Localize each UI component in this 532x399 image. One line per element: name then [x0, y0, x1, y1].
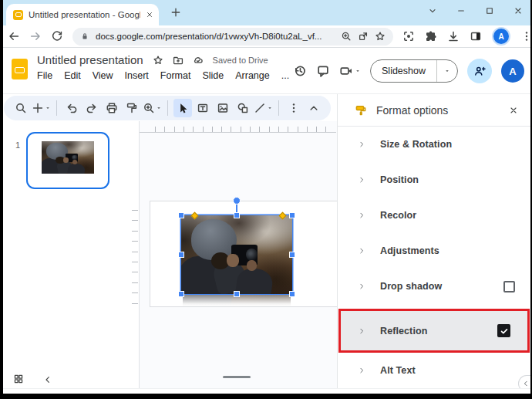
window-chevron-down-icon[interactable]: [428, 6, 437, 15]
selection-handle[interactable]: [289, 212, 295, 218]
toolbar-paint-format-button[interactable]: [123, 99, 141, 117]
horizontal-ruler: [140, 132, 336, 133]
page-zoom-icon[interactable]: [341, 31, 352, 42]
selection-handle[interactable]: [234, 212, 240, 218]
format-section-drop-shadow[interactable]: Drop shadow: [338, 269, 532, 304]
toolbar-redo-button[interactable]: [82, 99, 101, 117]
move-to-folder-icon[interactable]: [173, 55, 184, 66]
section-label: Recolor: [380, 210, 515, 221]
browser-tab[interactable]: Untitled presentation - Google S: [6, 4, 159, 25]
back-icon[interactable]: [8, 30, 20, 42]
slides-favicon-icon: [13, 10, 23, 20]
share-button[interactable]: [467, 59, 492, 83]
browser-window: Untitled presentation - Google S docs.go…: [0, 0, 532, 399]
extensions-puzzle-icon[interactable]: [425, 30, 437, 42]
selection-handle[interactable]: [289, 291, 295, 297]
toolbar-new-slide-button[interactable]: [32, 99, 51, 117]
new-tab-button[interactable]: [170, 7, 181, 18]
more-icon: [288, 102, 300, 114]
menu-insert[interactable]: Insert: [125, 70, 149, 81]
toolbar-insert-shape-button[interactable]: [234, 99, 252, 117]
selection-handle[interactable]: [178, 291, 184, 297]
format-sections: Size & RotationPositionRecolorAdjustment…: [338, 127, 532, 388]
grid-view-icon[interactable]: [13, 374, 24, 384]
document-title[interactable]: Untitled presentation: [37, 53, 143, 66]
toolbar-undo-button[interactable]: [62, 99, 81, 117]
toolbar-separator: [167, 100, 168, 116]
format-section-size-rotation[interactable]: Size & Rotation: [338, 127, 532, 162]
download-icon[interactable]: [447, 30, 460, 42]
tab-close-icon[interactable]: [146, 11, 153, 19]
selected-image[interactable]: [181, 215, 292, 294]
address-bar[interactable]: docs.google.com/presentation/d/1vwxyVh-D…: [72, 28, 393, 46]
toolbar-more-button[interactable]: [285, 99, 303, 117]
format-section-position[interactable]: Position: [338, 162, 532, 198]
toolbar-print-button[interactable]: [103, 99, 121, 117]
menu-format[interactable]: Format: [160, 70, 191, 81]
drop-shadow-checkbox[interactable]: [503, 281, 515, 292]
paint-format-icon: [126, 102, 138, 114]
comments-icon[interactable]: [316, 64, 330, 78]
account-avatar[interactable]: A: [501, 59, 524, 83]
window-close-icon[interactable]: [513, 6, 523, 15]
toolbar-insert-line-button[interactable]: [254, 99, 273, 117]
format-section-recolor[interactable]: Recolor: [338, 198, 532, 233]
star-document-icon[interactable]: [153, 55, 163, 66]
toolbar-zoom-button[interactable]: [143, 99, 162, 117]
screen-capture-icon[interactable]: [402, 30, 415, 42]
panel-close-icon[interactable]: [509, 106, 518, 115]
window-maximize-icon[interactable]: [485, 6, 494, 15]
rotation-handle[interactable]: [233, 197, 241, 205]
speaker-notes-drag-handle[interactable]: [223, 376, 251, 378]
version-history-icon[interactable]: [293, 64, 307, 78]
editor-toolbar: [4, 96, 331, 120]
toolbar-select-button[interactable]: [173, 99, 192, 117]
print-icon: [106, 102, 118, 114]
menu-slide[interactable]: Slide: [202, 70, 224, 81]
slide-canvas[interactable]: [139, 121, 337, 388]
slideshow-button[interactable]: Slideshow: [370, 59, 458, 83]
format-section-alt-text[interactable]: Alt Text: [338, 353, 532, 388]
menu-edit[interactable]: Edit: [64, 70, 81, 81]
slide-thumbnail[interactable]: [26, 132, 109, 189]
chevron-right-icon: [358, 176, 365, 184]
split-screen-icon[interactable]: [470, 30, 482, 42]
toolbar-insert-image-button[interactable]: [214, 99, 232, 117]
toolbar-text-box-button[interactable]: [194, 99, 212, 117]
menu-file[interactable]: File: [37, 70, 52, 81]
selection-handle[interactable]: [289, 252, 295, 258]
text-box-icon: [197, 102, 209, 114]
selection-handle[interactable]: [178, 252, 184, 258]
toolbar-collapse-toolbar-button[interactable]: [305, 99, 323, 117]
browser-avatar[interactable]: A: [492, 27, 510, 46]
format-section-adjustments[interactable]: Adjustments: [338, 233, 532, 269]
selection-handle[interactable]: [178, 212, 184, 218]
video-call-button[interactable]: [339, 64, 361, 78]
section-label: Reflection: [380, 326, 483, 336]
dropdown-caret-icon: [267, 105, 273, 111]
section-label: Drop shadow: [380, 281, 489, 292]
format-section-reflection[interactable]: Reflection: [338, 309, 530, 353]
forward-icon[interactable]: [29, 30, 42, 42]
toolbar-search-button[interactable]: [12, 99, 30, 117]
bookmark-star-icon[interactable]: [375, 31, 386, 42]
window-minimize-icon[interactable]: [456, 6, 466, 15]
dropdown-caret-icon: [45, 105, 51, 111]
filmstrip-collapse-icon[interactable]: [43, 375, 52, 384]
reload-icon[interactable]: [51, 30, 63, 42]
chevron-right-icon: [358, 140, 365, 148]
cloud-saved-icon[interactable]: [193, 55, 204, 66]
new-slide-icon: [32, 102, 44, 114]
share-page-icon[interactable]: [358, 31, 369, 42]
menu-arrange[interactable]: Arrange: [235, 70, 269, 81]
slides-logo-icon[interactable]: [12, 59, 28, 79]
menu-view[interactable]: View: [93, 70, 113, 81]
insert-image-icon: [217, 102, 229, 114]
chevron-right-icon: [358, 282, 365, 290]
slideshow-caret-icon[interactable]: [444, 68, 450, 74]
selection-handle[interactable]: [234, 291, 240, 297]
reflection-checkbox[interactable]: [497, 324, 510, 337]
browser-toolbar: docs.google.com/presentation/d/1vwxyVh-D…: [0, 25, 532, 48]
slide-filmstrip: 1: [3, 121, 139, 388]
menu-overflow[interactable]: ...: [281, 70, 289, 81]
